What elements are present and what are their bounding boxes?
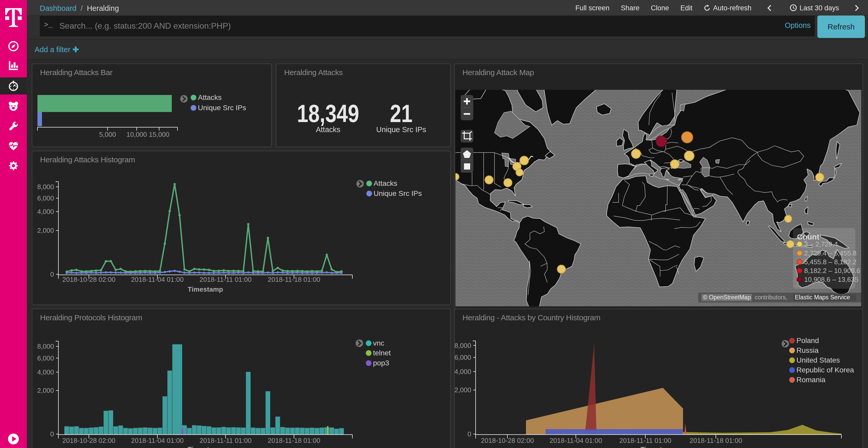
svg-text:2018-11-04 01:00: 2018-11-04 01:00 (131, 276, 183, 283)
svg-text:0: 0 (51, 430, 54, 438)
svg-text:Timestamp: Timestamp (641, 445, 676, 448)
svg-text:6,000: 6,000 (37, 194, 54, 202)
svg-text:2,000: 2,000 (37, 227, 54, 234)
svg-text:2018-11-11 01:00: 2018-11-11 01:00 (199, 276, 251, 283)
svg-text:2018-11-04 01:00: 2018-11-04 01:00 (131, 437, 183, 444)
svg-text:2018-11-18 01:00: 2018-11-18 01:00 (268, 276, 320, 283)
svg-text:Attacks: Attacks (374, 179, 397, 187)
svg-text:2018-11-11 01:00: 2018-11-11 01:00 (619, 437, 671, 444)
svg-text:10,908.6 – 13,635: 10,908.6 – 13,635 (804, 276, 859, 283)
svg-text:pop3: pop3 (373, 359, 389, 367)
svg-text:8,000: 8,000 (37, 342, 54, 350)
svg-text:8,000: 8,000 (455, 342, 471, 349)
svg-text:Unique Src IPs: Unique Src IPs (374, 189, 422, 198)
svg-text:Romania: Romania (797, 376, 826, 384)
svg-text:2018-10-28 02:00: 2018-10-28 02:00 (62, 437, 115, 444)
svg-text:4,000: 4,000 (455, 368, 471, 376)
svg-text:telnet: telnet (373, 349, 391, 357)
svg-text:2018-11-18 01:00: 2018-11-18 01:00 (689, 437, 742, 444)
svg-text:2018-10-28 02:00: 2018-10-28 02:00 (62, 276, 115, 283)
svg-text:2018-11-04 01:00: 2018-11-04 01:00 (550, 437, 602, 444)
svg-text:2,000: 2,000 (37, 387, 54, 394)
svg-text:Russia: Russia (797, 346, 819, 354)
svg-text:© OpenStreetMap: © OpenStreetMap (703, 294, 751, 301)
svg-text:Republic of Korea: Republic of Korea (797, 366, 854, 374)
svg-text:Attacks: Attacks (198, 94, 222, 101)
svg-text:15,000: 15,000 (149, 131, 169, 138)
svg-text:6,000: 6,000 (455, 353, 471, 361)
svg-text:Timestamp: Timestamp (188, 285, 223, 293)
svg-text:0: 0 (51, 271, 54, 278)
svg-text:10,000: 10,000 (126, 131, 147, 138)
svg-text:0: 0 (468, 430, 471, 438)
svg-text:2018-11-18 01:00: 2018-11-18 01:00 (268, 437, 320, 444)
svg-text:6,000: 6,000 (37, 354, 54, 362)
svg-text:2,000: 2,000 (455, 386, 471, 394)
svg-text:8,000: 8,000 (37, 183, 54, 191)
svg-text:Count: Count (797, 233, 819, 241)
svg-text:2018-10-28 02:00: 2018-10-28 02:00 (481, 437, 534, 444)
svg-text:2,729.4 – 5,455.8: 2,729.4 – 5,455.8 (804, 249, 857, 257)
svg-text:vnc: vnc (373, 339, 384, 347)
svg-text:Unique Src IPs: Unique Src IPs (198, 104, 246, 112)
svg-text:4,000: 4,000 (37, 368, 54, 376)
svg-text:Timestamp: Timestamp (188, 445, 223, 448)
svg-text:Poland: Poland (797, 337, 819, 345)
svg-text:Elastic Maps Service: Elastic Maps Service (795, 294, 850, 301)
svg-text:contributors,: contributors, (754, 294, 787, 301)
svg-text:5,000: 5,000 (99, 131, 116, 138)
svg-text:8,182.2 – 10,908.6: 8,182.2 – 10,908.6 (804, 267, 860, 275)
svg-text:United States: United States (797, 356, 840, 364)
svg-text:5,455.8 – 8,182.2: 5,455.8 – 8,182.2 (804, 258, 857, 266)
svg-text:2018-11-11 01:00: 2018-11-11 01:00 (199, 437, 251, 444)
svg-text:3 – 2,729.4: 3 – 2,729.4 (804, 240, 838, 248)
svg-text:4,000: 4,000 (37, 208, 54, 215)
